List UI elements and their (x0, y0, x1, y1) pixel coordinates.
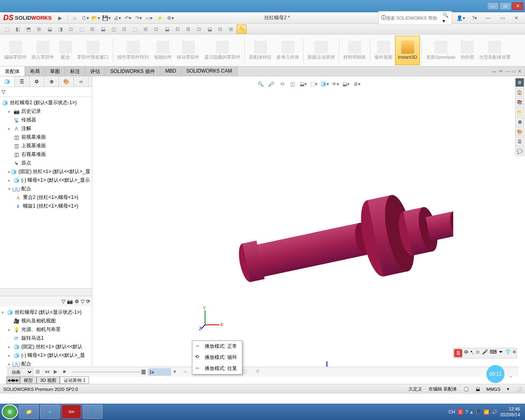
ribbon-move-component[interactable]: 移动零部件 (174, 36, 202, 65)
ime-down[interactable]: ⏷ (498, 349, 503, 357)
ribbon-assembly-feature[interactable]: 装配体特征 (247, 36, 274, 65)
fm-tab-more[interactable]: ‹› (74, 76, 89, 87)
tp-design-icon[interactable]: 📚 (515, 98, 524, 107)
print-icon[interactable]: 🖨▾ (113, 14, 122, 23)
help-icon[interactable]: ?▾ (470, 14, 479, 23)
ribbon-edit-component[interactable]: 编辑零部件 (2, 36, 29, 65)
tab-cam[interactable]: SOLIDWORKS CAM (181, 66, 237, 76)
tray-clock[interactable]: 12:462020/8/14 (500, 406, 520, 418)
status-units[interactable]: MMGS (486, 387, 500, 392)
tree-top-plane[interactable]: ◫上视基准面 (2, 142, 90, 150)
speed-dropdown-icon[interactable]: ▾ (173, 369, 180, 375)
tb-btn-14[interactable]: ⊞ (141, 25, 151, 34)
tb-btn-22[interactable]: ⊞ (226, 25, 236, 34)
ribbon-mate[interactable]: 配合 (57, 36, 75, 65)
tree-front-plane[interactable]: ◫前视基准面 (2, 133, 90, 142)
pb-tool-7[interactable]: ⓘ (242, 368, 247, 375)
tb-btn-19[interactable]: ⊡ (194, 25, 204, 34)
tb-btn-1[interactable]: ⬚ (2, 25, 12, 34)
tab-sketch[interactable]: 草图 (45, 66, 65, 76)
tree-scrollbar[interactable] (0, 288, 92, 296)
tb-btn-9[interactable]: ⊞ (87, 25, 97, 34)
zoom-fit-icon[interactable]: 🔍 (256, 80, 265, 89)
tabnav[interactable]: ◀◀▶▶ (6, 377, 20, 384)
options-icon[interactable]: ⚙▾ (166, 14, 175, 23)
undo-icon[interactable]: ↶▾ (123, 14, 132, 23)
recording-indicator[interactable]: 00:11 (486, 365, 504, 383)
btab-motion1[interactable]: 运动算例 1 (60, 377, 89, 384)
tb-btn-12[interactable]: ⊟ (119, 25, 129, 34)
inner-close-icon[interactable]: ✕ (512, 14, 521, 23)
sogou-icon[interactable]: S (454, 349, 462, 357)
tree-part2[interactable]: ▸🧊(-) 螺母<1> (默认<<默认>_显示 (2, 176, 90, 185)
status-icon1[interactable]: 📋 (463, 386, 469, 392)
ribbon-show-hidden[interactable]: 显示隐藏的零部件 (202, 36, 243, 65)
tb-btn-8[interactable]: ⬚ (77, 25, 87, 34)
tb-btn-20[interactable]: ⬓ (205, 25, 215, 34)
task-explorer[interactable]: 📁 (19, 405, 39, 419)
pane-max-icon[interactable]: ▭ (511, 68, 516, 74)
fm-tab-display[interactable]: 🎨 (59, 76, 74, 87)
window-close-button[interactable]: ✕ (512, 2, 523, 10)
pb-settings-icon[interactable]: ⚙ (256, 368, 260, 375)
ribbon-instant3d[interactable]: Instant3D (395, 36, 420, 65)
tab-assembly[interactable]: 装配体 (0, 66, 25, 76)
home-icon[interactable]: ⌂ (70, 14, 79, 23)
mtree-root[interactable]: ▾🧊丝杠螺母2 (默认<显示状态-1>) (2, 308, 90, 317)
tree-root[interactable]: 🧊丝杠螺母2 (默认<显示状态-1>) (2, 98, 90, 107)
section-icon[interactable]: ◫ (288, 80, 297, 89)
window-maximize-button[interactable]: ▭ (500, 2, 511, 10)
task-app[interactable]: Ⓚ (83, 405, 103, 419)
tb-btn-3[interactable]: ⬒ (23, 25, 33, 34)
ribbon-large-assembly[interactable]: 大型装配体设置 (477, 36, 513, 65)
motion-tool3-icon[interactable]: ▽ (81, 299, 84, 304)
status-icon2[interactable]: ⬓ (476, 386, 480, 392)
pane-next-icon[interactable]: ⬲ (498, 68, 503, 74)
play-start-icon[interactable]: ⏮ (45, 369, 51, 375)
btab-model[interactable]: 模型 (20, 377, 37, 384)
stop-icon[interactable]: ■ (63, 369, 69, 375)
tb-btn-7[interactable]: ⊡ (66, 25, 76, 34)
window-minimize-button[interactable]: — (487, 2, 499, 10)
search-box[interactable]: ⓘ 🔍▾ (378, 11, 452, 25)
tb-btn-21[interactable]: ⊟ (215, 25, 225, 34)
tray-up-icon[interactable]: ▴ (470, 409, 473, 415)
status-dropdown-icon[interactable]: ▾ (507, 386, 509, 392)
motion-filter-icon[interactable]: ▽ (62, 299, 65, 304)
tb-btn-2[interactable]: ◧ (13, 25, 23, 34)
fm-tab-config[interactable]: ⚙ (30, 76, 44, 87)
measure-tool-icon[interactable]: 📏 (237, 25, 247, 34)
ime-mic[interactable]: 🎤 (482, 349, 488, 357)
zoom-area-icon[interactable]: 🔎 (267, 80, 276, 89)
tree-sensors[interactable]: 📡传感器 (2, 116, 90, 124)
ime-menu[interactable]: ≡ (513, 349, 516, 357)
play-mode-icon[interactable]: → (183, 369, 189, 375)
tree-annotations[interactable]: ▸A注解 (2, 124, 90, 133)
tree-mates[interactable]: ▾⋃⋃配合 (2, 185, 90, 193)
tp-resources-icon[interactable]: ⚙ (515, 78, 524, 87)
ribbon-ref-geometry[interactable]: 参考几何体 (274, 36, 301, 65)
motion-tool1-icon[interactable]: 📷 (67, 299, 73, 304)
ime-punct[interactable]: •, (470, 349, 474, 357)
tb-btn-10[interactable]: ⬓ (98, 25, 108, 34)
tb-btn-11[interactable]: ◫ (109, 25, 119, 34)
rebuild-icon[interactable]: ⚡ (155, 14, 164, 23)
tree-origin[interactable]: ↳原点 (2, 159, 90, 167)
ime-keyboard[interactable]: ⌨ (490, 349, 497, 357)
ribbon-speedpak[interactable]: 更新Speedpak (424, 36, 458, 65)
play-icon[interactable]: ▶ (54, 369, 60, 375)
ribbon-preview[interactable]: 零部件预览窗口 (75, 36, 111, 65)
pane-min-icon[interactable]: — (505, 68, 510, 74)
tb-btn-4[interactable]: ⊞ (34, 25, 44, 34)
menu-expand-icon[interactable]: ▶ (56, 14, 65, 23)
calc-icon[interactable]: ⊞ (36, 369, 42, 375)
mtree-motor[interactable]: ⟳旋转马达1 (2, 334, 90, 342)
appearance-icon[interactable]: 👁▾ (331, 80, 340, 89)
tab-addins[interactable]: SOLIDWORKS 插件 (105, 66, 160, 76)
open-icon[interactable]: 📂▾ (91, 14, 100, 23)
display-style-icon[interactable]: ⬚▾ (310, 80, 319, 89)
speed-input[interactable] (148, 368, 171, 376)
redo-icon[interactable]: ↷▾ (134, 14, 143, 23)
tab-layout[interactable]: 布局 (25, 66, 45, 76)
fm-tab-dim[interactable]: ⊕ (44, 76, 59, 87)
